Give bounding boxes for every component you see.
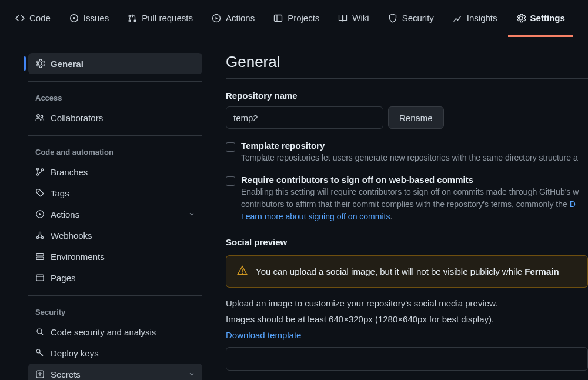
svg-point-15	[38, 254, 38, 255]
tab-pull-requests[interactable]: Pull requests	[119, 0, 201, 36]
sidebar-item-pages[interactable]: Pages	[28, 267, 202, 288]
settings-main: General Repository name Rename Template …	[212, 36, 588, 380]
signoff-title: Require contributors to sign off on web-…	[241, 175, 588, 185]
divider	[28, 81, 202, 82]
chevron-down-icon	[188, 209, 195, 219]
code-icon	[15, 14, 25, 23]
download-template-link[interactable]: Download template	[226, 330, 301, 340]
svg-rect-13	[36, 254, 44, 256]
sidebar-item-label: General	[51, 59, 83, 69]
sidebar-item-tags[interactable]: Tags	[28, 182, 202, 204]
sidebar-group-access: Access	[28, 84, 202, 107]
tag-icon	[35, 188, 45, 198]
sidebar-item-label: Tags	[51, 188, 69, 198]
gear-icon	[516, 14, 526, 23]
branch-icon	[35, 167, 45, 176]
tab-actions[interactable]: Actions	[203, 0, 263, 36]
sidebar-item-label: Webhooks	[51, 231, 92, 241]
people-icon	[35, 113, 45, 122]
browser-icon	[35, 273, 45, 282]
svg-point-8	[38, 191, 39, 192]
sidebar-item-code-security[interactable]: Code security and analysis	[28, 321, 202, 342]
tab-projects[interactable]: Projects	[265, 0, 328, 36]
svg-point-12	[39, 232, 41, 234]
tab-label: Projects	[288, 13, 319, 23]
tab-label: Actions	[226, 13, 255, 23]
book-icon	[338, 14, 348, 23]
tab-insights[interactable]: Insights	[445, 0, 506, 36]
settings-sidebar: General Access Collaborators Code and au…	[0, 36, 212, 380]
sidebar-item-collaborators[interactable]: Collaborators	[28, 107, 202, 128]
pull-request-icon	[128, 14, 137, 23]
divider	[28, 135, 202, 136]
sidebar-group-code: Code and automation	[28, 138, 202, 161]
tab-label: Wiki	[352, 13, 369, 23]
social-desc-1: Upload an image to customize your reposi…	[226, 298, 588, 308]
signoff-checkbox[interactable]	[226, 176, 235, 186]
repo-tabs: Code Issues Pull requests Actions Projec…	[0, 0, 588, 36]
sidebar-group-security: Security	[28, 298, 202, 321]
sidebar-item-label: Collaborators	[51, 113, 103, 123]
template-title: Template repository	[241, 141, 578, 151]
svg-point-21	[242, 272, 243, 274]
issue-icon	[69, 14, 79, 23]
sidebar-item-label: Code security and analysis	[51, 327, 156, 337]
tab-code[interactable]: Code	[7, 0, 59, 36]
social-desc-2: Images should be at least 640×320px (128…	[226, 314, 588, 324]
sidebar-item-webhooks[interactable]: Webhooks	[28, 225, 202, 246]
svg-point-3	[37, 115, 40, 118]
tab-label: Security	[402, 13, 434, 23]
svg-point-11	[41, 236, 43, 238]
svg-point-10	[36, 236, 38, 238]
sidebar-item-label: Branches	[51, 167, 88, 177]
sidebar-item-actions[interactable]: Actions	[28, 204, 202, 225]
svg-point-4	[41, 115, 43, 118]
webhook-icon	[35, 231, 45, 240]
tab-label: Code	[29, 13, 51, 23]
gear-icon	[35, 59, 45, 68]
play-icon	[212, 14, 221, 23]
sidebar-item-environments[interactable]: Environments	[28, 246, 202, 267]
server-icon	[35, 252, 45, 261]
tab-wiki[interactable]: Wiki	[330, 0, 377, 36]
svg-rect-2	[275, 15, 282, 21]
sidebar-item-label: Secrets	[51, 369, 81, 379]
template-checkbox[interactable]	[226, 142, 235, 152]
signoff-learn-more-link[interactable]: Learn more about signing off on commits	[241, 212, 390, 221]
sidebar-item-label: Pages	[51, 273, 76, 283]
tab-label: Insights	[467, 13, 497, 23]
rename-button[interactable]: Rename	[388, 106, 444, 129]
sidebar-item-branches[interactable]: Branches	[28, 161, 202, 182]
svg-point-0	[73, 17, 75, 19]
svg-point-6	[36, 174, 38, 175]
chevron-down-icon	[188, 369, 195, 379]
svg-rect-17	[36, 275, 44, 281]
shield-icon	[388, 14, 397, 23]
repo-name-input[interactable]	[226, 106, 383, 129]
graph-icon	[453, 14, 462, 23]
shield-search-icon	[35, 327, 45, 336]
projects-icon	[273, 14, 283, 23]
tab-issues[interactable]: Issues	[61, 0, 117, 36]
tab-settings[interactable]: Settings	[508, 0, 573, 36]
svg-point-5	[36, 168, 38, 170]
sidebar-item-secrets[interactable]: Secrets	[28, 364, 202, 380]
asterisk-icon	[35, 369, 45, 379]
sidebar-item-label: Actions	[51, 209, 79, 219]
svg-rect-14	[36, 257, 44, 260]
sidebar-item-general[interactable]: General	[28, 53, 202, 74]
svg-point-7	[41, 169, 43, 171]
sidebar-item-deploy-keys[interactable]: Deploy keys	[28, 342, 202, 364]
tab-security[interactable]: Security	[380, 0, 442, 36]
social-preview-heading: Social preview	[226, 237, 588, 247]
sidebar-item-label: Deploy keys	[51, 348, 99, 358]
social-upload-box[interactable]	[226, 347, 588, 371]
divider	[28, 295, 202, 296]
tab-label: Issues	[83, 13, 109, 23]
tab-label: Pull requests	[142, 13, 193, 23]
page-title: General	[226, 53, 588, 79]
signoff-desc: Enabling this setting will require contr…	[241, 186, 588, 223]
warning-text: You can upload a social image, but it wi…	[256, 266, 559, 276]
social-warning-banner: You can upload a social image, but it wi…	[226, 255, 588, 288]
key-icon	[35, 348, 45, 358]
